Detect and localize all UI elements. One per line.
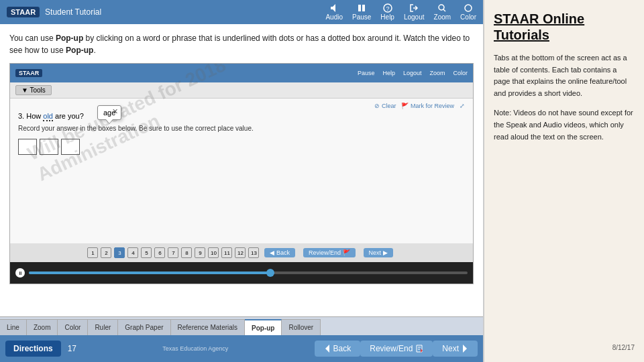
inner-logo: STAAR [15, 69, 42, 77]
video-bar: ⏸ [10, 262, 473, 284]
staar-logo: STAAR [7, 7, 40, 17]
color-icon[interactable]: Color [460, 3, 476, 21]
svg-marker-7 [325, 345, 329, 353]
page-4[interactable]: 4 [127, 247, 138, 258]
close-icon[interactable]: ✕ [112, 107, 118, 116]
right-panel-title: STAAR Online Tutorials [494, 11, 635, 43]
directions-button[interactable]: Directions [5, 341, 61, 357]
progress-dot [266, 269, 274, 277]
inner-help: Help [382, 70, 395, 76]
content-area: You can use Pop-up by clicking on a word… [0, 24, 483, 316]
tutorial-title: Student Tutorial [45, 7, 325, 17]
page-8[interactable]: 8 [181, 247, 192, 258]
inner-review-button[interactable]: Review/End 🚩 [303, 248, 356, 257]
question-text: 3. How old are you? [18, 112, 465, 120]
pause-icon[interactable]: Pause [352, 3, 371, 21]
mark-review-link[interactable]: 🚩 Mark for Review [401, 103, 454, 109]
inner-color: Color [453, 70, 468, 76]
tab-line[interactable]: Line [0, 319, 27, 335]
bottom-tabs: Line Zoom Color Ruler Graph Paper Refere… [0, 316, 483, 335]
answer-boxes [18, 139, 465, 155]
svg-line-5 [443, 9, 445, 11]
tab-popup[interactable]: Pop-up [245, 319, 282, 335]
logout-icon[interactable]: Logout [404, 3, 425, 21]
video-progress[interactable] [29, 272, 468, 274]
answer-box-2[interactable] [40, 139, 58, 155]
svg-marker-9 [463, 345, 467, 353]
clear-link[interactable]: ⊘ Clear [374, 103, 396, 109]
back-button[interactable]: Back [315, 341, 361, 357]
svg-rect-0 [358, 5, 361, 11]
inner-top-bar: STAAR Pause Help Logout Zoom Color [10, 64, 473, 82]
question-number: 3. [18, 112, 26, 120]
description-text: You can use Pop-up by clicking on a word… [9, 32, 474, 56]
tab-ref[interactable]: Reference Materials [171, 319, 245, 335]
right-para-2: Note: Videos do not have sound except fo… [494, 107, 635, 143]
tab-ruler[interactable]: Ruler [88, 319, 118, 335]
next-label: Next [442, 344, 459, 353]
tab-zoom[interactable]: Zoom [27, 319, 58, 335]
top-bar-icons: Audio Pause ? Help Logout Zoom Color [325, 3, 476, 21]
page-1[interactable]: 1 [87, 247, 98, 258]
left-panel: STAAR Student Tutorial Audio Pause ? Hel… [0, 0, 483, 362]
audio-icon[interactable]: Audio [325, 3, 343, 21]
help-icon[interactable]: ? Help [380, 3, 394, 21]
svg-rect-1 [362, 5, 365, 11]
inner-logout: Logout [403, 70, 422, 76]
right-panel-body: Tabs at the bottom of the screen act as … [494, 52, 635, 344]
svg-point-4 [439, 5, 444, 10]
page-5[interactable]: 5 [141, 247, 152, 258]
popup-tooltip: ✕ age [97, 105, 121, 120]
tea-text: Texas Education Agency [162, 345, 228, 352]
question-header: ⊘ Clear 🚩 Mark for Review ⤢ [18, 103, 465, 109]
answer-box-1[interactable] [18, 139, 37, 155]
page-12[interactable]: 12 [235, 247, 246, 258]
bottom-center-controls: Texas Education Agency [76, 345, 315, 352]
popup-trigger-word[interactable]: old [43, 112, 53, 121]
page-7[interactable]: 7 [168, 247, 178, 258]
page-10[interactable]: 10 [208, 247, 219, 258]
expand-icon[interactable]: ⤢ [460, 103, 465, 109]
top-bar: STAAR Student Tutorial Audio Pause ? Hel… [0, 0, 483, 24]
review-end-button[interactable]: Review/End [360, 341, 433, 357]
page-13[interactable]: 13 [248, 247, 259, 258]
inner-pause: Pause [358, 70, 375, 76]
video-controls: ⏸ [15, 268, 25, 278]
review-end-label: Review/End [370, 344, 413, 353]
page-9[interactable]: 9 [195, 247, 205, 258]
right-panel: STAAR Online Tutorials Tabs at the botto… [483, 0, 644, 362]
tools-button[interactable]: ▼ Tools [15, 85, 52, 95]
inner-top-icons: Pause Help Logout Zoom Color [358, 70, 468, 76]
page-number-display: 17 [68, 344, 76, 353]
svg-text:?: ? [386, 5, 389, 12]
bottom-nav-bar: Directions 17 Texas Education Agency Bac… [0, 335, 483, 362]
tab-rollover[interactable]: Rollover [282, 319, 321, 335]
inner-interface: STAAR Pause Help Logout Zoom Color ▼ Too… [9, 63, 474, 284]
page-2[interactable]: 2 [101, 247, 111, 258]
next-button[interactable]: Next [433, 341, 478, 357]
inner-back-button[interactable]: ◀ Back [264, 248, 295, 257]
tools-area: ▼ Tools [10, 82, 473, 99]
right-para-1: Tabs at the bottom of the screen act as … [494, 52, 635, 99]
tab-color[interactable]: Color [58, 319, 88, 335]
back-label: Back [333, 344, 352, 353]
inner-next-button[interactable]: Next ▶ [364, 248, 393, 257]
question-body: Record your answer in the boxes below. B… [18, 124, 465, 133]
page-11[interactable]: 11 [221, 247, 232, 258]
zoom-icon[interactable]: Zoom [434, 3, 451, 21]
svg-point-6 [465, 5, 472, 11]
play-button[interactable]: ⏸ [15, 268, 25, 278]
inner-nav: 1 2 3 4 5 6 7 8 9 10 11 12 13 ◀ Back Rev… [10, 243, 473, 262]
right-panel-date: 8/12/17 [494, 344, 635, 351]
question-area: ⊘ Clear 🚩 Mark for Review ⤢ 3. How old a… [10, 99, 473, 159]
answer-box-3[interactable] [61, 139, 80, 155]
progress-fill [29, 272, 270, 274]
inner-zoom: Zoom [429, 70, 445, 76]
tab-graph[interactable]: Graph Paper [118, 319, 170, 335]
page-3[interactable]: 3 [114, 247, 125, 258]
page-6[interactable]: 6 [154, 247, 165, 258]
